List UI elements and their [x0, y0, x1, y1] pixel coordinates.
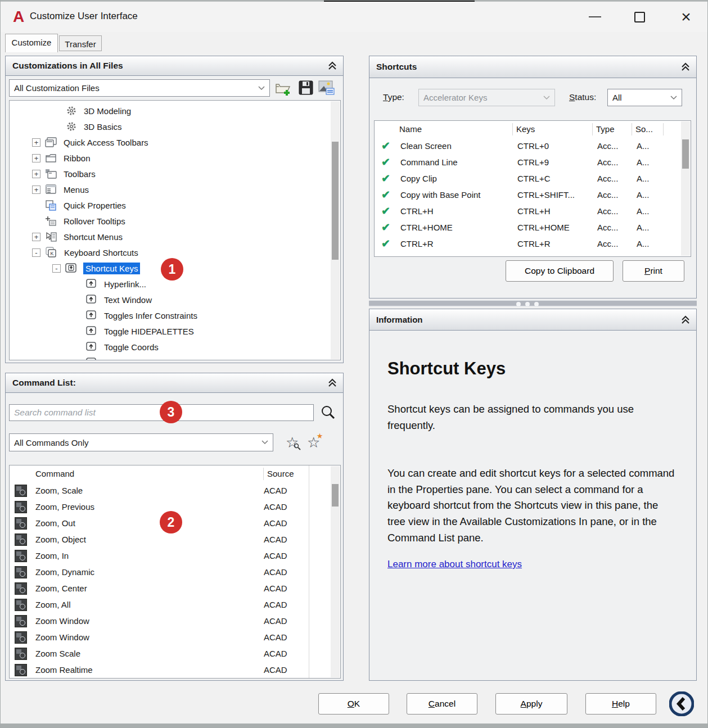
shortcut-row[interactable]: ✔CTRL+HCTRL+HAcc...A... — [375, 203, 691, 219]
collapse-panel-icon[interactable] — [680, 62, 691, 71]
check-icon: ✔ — [381, 172, 390, 185]
shortcut-row[interactable]: ✔CTRL+HOMECTRL+HOMEAcc...A... — [375, 219, 691, 236]
key-up-icon — [85, 357, 97, 360]
tab-transfer[interactable]: Transfer — [59, 35, 102, 51]
copy-to-clipboard-button[interactable]: Copy to Clipboard — [506, 260, 614, 282]
new-command-star-icon[interactable]: ☆★ — [307, 434, 320, 451]
tree-item-ribbon[interactable]: + Ribbon — [10, 150, 340, 166]
expand-icon[interactable]: + — [32, 170, 40, 178]
minimize-button[interactable] — [589, 16, 601, 17]
shortcut-row[interactable]: ✔Command LineCTRL+9Acc...A... — [375, 154, 691, 170]
pane-splitter[interactable] — [369, 300, 697, 307]
expand-icon[interactable]: + — [32, 186, 40, 194]
tree-item-toggle-hidepalettes[interactable]: Toggle HIDEPALETTES — [10, 323, 340, 339]
key-up-icon — [85, 325, 97, 337]
find-command-star-icon[interactable]: ☆ — [286, 434, 299, 451]
shortcut-row[interactable]: ✔Copy ClipCTRL+CAcc...A... — [375, 170, 691, 187]
close-button[interactable]: × — [677, 6, 696, 28]
customizations-tree: 3D Modeling 3D Basics + Quick Access Too… — [9, 100, 341, 360]
check-icon: ✔ — [381, 156, 390, 169]
floppy-disk-icon — [298, 80, 314, 96]
tree-item-toolbars[interactable]: + Toolbars — [10, 166, 340, 182]
cancel-button[interactable]: Cancel — [407, 693, 477, 715]
type-combo[interactable]: Accelerator Keys — [418, 89, 555, 106]
learn-more-link[interactable]: Learn more about shortcut keys — [387, 559, 522, 570]
command-table-scrollbar-thumb[interactable] — [332, 484, 339, 507]
status-combo[interactable]: All — [607, 89, 682, 106]
tree-item-menus[interactable]: + Menus — [10, 182, 340, 197]
command-row[interactable]: Zoom, ObjectACAD — [10, 531, 340, 548]
print-button[interactable]: Print — [623, 260, 684, 282]
rollover-tooltips-icon — [45, 216, 57, 227]
tree-item-text-window[interactable]: Text Window — [10, 292, 340, 308]
tree-item-3d-basics[interactable]: 3D Basics — [10, 119, 340, 134]
column-keys: Keys — [513, 123, 593, 135]
ok-button[interactable]: OK — [318, 693, 389, 715]
chevron-down-icon — [258, 86, 265, 91]
collapse-panel-icon[interactable] — [327, 378, 337, 387]
customization-file-combo[interactable]: All Customization Files — [9, 79, 270, 97]
apply-button[interactable]: Apply — [495, 693, 567, 715]
column-divider — [309, 465, 309, 678]
command-table-scrollbar[interactable] — [331, 466, 340, 677]
tree-item-quick-access-toolbars[interactable]: + Quick Access Toolbars — [10, 134, 340, 150]
check-icon: ✔ — [381, 237, 390, 250]
command-row[interactable]: Zoom, DynamicACAD — [10, 564, 340, 580]
command-row[interactable]: Zoom WindowACAD — [10, 629, 340, 645]
collapse-node-icon[interactable]: - — [52, 264, 61, 273]
expand-icon[interactable]: + — [32, 138, 40, 147]
shortcut-row[interactable]: ✔CTRL+RCTRL+RAcc...A... — [375, 236, 691, 252]
search-icon[interactable] — [319, 404, 336, 421]
key-up-icon — [85, 278, 97, 290]
title-bar[interactable]: A Customize User Interface × — [1, 2, 707, 32]
tab-customize[interactable]: Customize — [5, 34, 58, 52]
gear-icon — [66, 121, 77, 132]
collapse-panel-icon[interactable] — [327, 61, 337, 70]
command-filter-combo[interactable]: All Commands Only — [9, 433, 273, 451]
image-panel-icon — [318, 80, 335, 96]
collapse-panel-icon[interactable] — [680, 315, 691, 324]
display-customization-button[interactable] — [318, 80, 335, 96]
command-row[interactable]: Zoom WindowACAD — [10, 613, 340, 629]
save-customization-file-button[interactable] — [298, 80, 314, 96]
help-button[interactable]: Help — [585, 693, 656, 715]
shortcuts-table-scrollbar-thumb[interactable] — [682, 139, 689, 169]
command-row[interactable]: Zoom RealtimeACAD — [10, 662, 340, 678]
command-filter-combo-value: All Commands Only — [14, 438, 89, 447]
customization-file-combo-value: All Customization Files — [14, 83, 100, 93]
tree-item-rollover-tooltips[interactable]: Rollover Tooltips — [10, 213, 340, 229]
tree-item-toggle-dynamic-ucs[interactable]: Toggle Dynamic UCS — [10, 355, 340, 360]
shortcut-row[interactable]: ✔Clean ScreenCTRL+0Acc...A... — [375, 138, 691, 154]
command-row[interactable]: Zoom, InACAD — [10, 548, 340, 564]
zoom-scale-icon — [15, 485, 27, 497]
shortcut-row[interactable]: ✔ — [375, 252, 691, 257]
maximize-button[interactable] — [634, 12, 645, 22]
column-command: Command — [32, 468, 264, 480]
shortcuts-table-scrollbar[interactable] — [681, 121, 690, 256]
tree-scrollbar-thumb[interactable] — [332, 142, 339, 260]
collapse-dialog-button[interactable] — [669, 691, 694, 716]
tree-item-toggles-infer-constraints[interactable]: Toggles Infer Constraints — [10, 308, 340, 323]
toolbars-icon — [45, 169, 57, 179]
tree-scrollbar[interactable] — [331, 101, 340, 359]
window-title: Customize User Interface — [30, 11, 138, 22]
tree-item-quick-properties[interactable]: Quick Properties — [10, 197, 340, 213]
tree-item-shortcut-menus[interactable]: + Shortcut Menus — [10, 229, 340, 245]
expand-icon[interactable]: + — [32, 154, 40, 162]
information-heading: Shortcut Keys — [387, 359, 506, 379]
command-row[interactable]: Zoom, ScaleACAD — [10, 482, 340, 499]
tree-item-toggle-coords[interactable]: Toggle Coords — [10, 339, 340, 355]
information-panel: Information Shortcut Keys Shortcut keys … — [369, 309, 697, 681]
tree-item-3d-modeling[interactable]: 3D Modeling — [10, 103, 340, 119]
collapse-node-icon[interactable]: - — [32, 248, 40, 257]
load-customization-file-button[interactable] — [274, 80, 292, 97]
command-row[interactable]: Zoom ScaleACAD — [10, 645, 340, 662]
command-row[interactable]: Zoom, CenterACAD — [10, 580, 340, 596]
expand-icon[interactable]: + — [32, 233, 40, 241]
command-row[interactable]: Zoom, AllACAD — [10, 596, 340, 613]
information-paragraph: You can create and edit shortcut keys fo… — [387, 465, 678, 546]
customizations-panel: Customizations in All Files All Customiz… — [5, 56, 344, 363]
open-folder-plus-icon — [274, 80, 292, 97]
command-list-panel-header: Command List: — [6, 373, 343, 393]
shortcut-row[interactable]: ✔Copy with Base PointCTRL+SHIFT...Acc...… — [375, 187, 691, 203]
